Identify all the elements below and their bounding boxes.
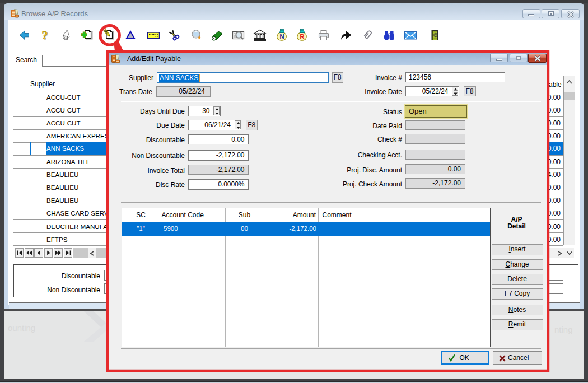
svg-text:N: N [280,33,284,40]
svg-text:?: ? [41,29,48,42]
svg-text:R: R [300,33,305,40]
svg-text:@: @ [433,33,437,37]
